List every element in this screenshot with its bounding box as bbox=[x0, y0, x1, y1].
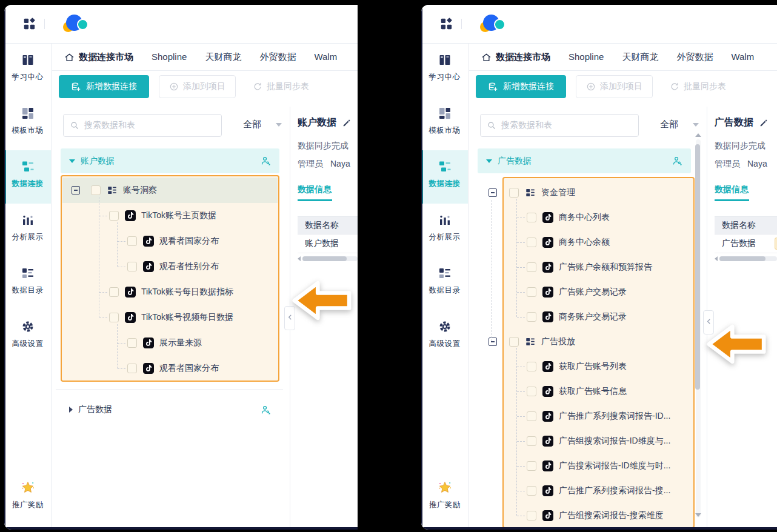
scroll-left-icon[interactable] bbox=[298, 256, 301, 261]
checkbox[interactable] bbox=[127, 262, 137, 271]
tree-row[interactable]: TikTok账号视频每日数据 bbox=[62, 305, 278, 330]
new-connection-button[interactable]: 新增数据连接 bbox=[476, 75, 566, 98]
sidebar-item[interactable]: 分析展示 bbox=[4, 204, 51, 257]
collapse-minus-icon[interactable] bbox=[489, 337, 497, 346]
checkbox[interactable] bbox=[527, 486, 536, 496]
checkbox[interactable] bbox=[527, 461, 536, 471]
nav-tab[interactable]: 外贸数据 bbox=[259, 52, 296, 63]
sidebar-item[interactable]: 数据连接 bbox=[4, 150, 51, 204]
new-connection-button[interactable]: 新增数据连接 bbox=[59, 75, 149, 98]
checkbox[interactable] bbox=[527, 238, 536, 247]
filter-dropdown[interactable]: 全部 bbox=[243, 119, 282, 130]
tab-data-info[interactable]: 数据信息 bbox=[715, 184, 749, 195]
tree-row[interactable]: 广告账户余额和预算报告 bbox=[504, 254, 693, 279]
tree-row[interactable]: TikTok账号每日数据指标 bbox=[62, 279, 278, 305]
checkbox[interactable] bbox=[109, 211, 119, 221]
nav-tab[interactable]: 天财商龙 bbox=[622, 52, 658, 63]
tree-row[interactable]: 广告推广系列搜索词报告-ID... bbox=[504, 404, 693, 428]
tree-row[interactable]: 商务中心列表 bbox=[504, 205, 693, 230]
checkbox[interactable] bbox=[527, 312, 536, 322]
checkbox[interactable] bbox=[527, 387, 536, 396]
tree-row[interactable]: 账号洞察 bbox=[62, 178, 278, 203]
tree-row[interactable]: 广告组搜索词报告-搜索维度 bbox=[504, 503, 693, 528]
section-header-ad-data[interactable]: 广告数据 bbox=[478, 148, 691, 173]
checkbox[interactable] bbox=[527, 362, 536, 371]
nav-home[interactable]: 数据连接市场 bbox=[481, 52, 550, 63]
table-row[interactable]: 账户数据 bbox=[298, 234, 358, 253]
checkbox[interactable] bbox=[527, 436, 536, 446]
nav-tab[interactable]: Walm bbox=[314, 52, 337, 63]
checkbox[interactable] bbox=[527, 262, 536, 272]
collapse-minus-icon[interactable] bbox=[489, 188, 497, 197]
scrollbar-thumb[interactable] bbox=[719, 256, 765, 261]
checkbox[interactable] bbox=[527, 213, 536, 222]
tree-row[interactable]: 广告投放 bbox=[504, 329, 693, 354]
scrollbar-thumb[interactable] bbox=[695, 144, 700, 390]
grant-user-icon[interactable] bbox=[672, 156, 682, 166]
tree-row[interactable]: 资金管理 bbox=[504, 180, 693, 205]
checkbox[interactable] bbox=[527, 411, 536, 421]
checkbox[interactable] bbox=[109, 287, 119, 297]
nav-tab[interactable]: Shopline bbox=[152, 52, 187, 63]
horizontal-scrollbar[interactable] bbox=[715, 256, 777, 262]
tree-row[interactable]: 展示量来源 bbox=[62, 330, 278, 356]
scroll-up-icon[interactable] bbox=[695, 133, 701, 137]
tree-row[interactable]: 观看者性别分布 bbox=[62, 254, 278, 279]
brand-cloud-logo[interactable] bbox=[63, 14, 92, 33]
sidebar-item[interactable]: 分析展示 bbox=[421, 204, 468, 257]
tree-row[interactable]: 观看者国家分布 bbox=[62, 228, 278, 254]
tree-row[interactable]: 商务中心余额 bbox=[504, 230, 693, 254]
nav-tab[interactable]: Walm bbox=[731, 52, 754, 63]
collapse-pane-handle[interactable] bbox=[284, 306, 295, 330]
app-grid-icon[interactable] bbox=[439, 17, 453, 30]
tree-row[interactable]: 商务账户交易记录 bbox=[504, 304, 693, 329]
section-header-account-data[interactable]: 账户数据 bbox=[61, 148, 279, 173]
sidebar-item[interactable]: 学习中心 bbox=[4, 44, 51, 97]
add-to-project-button[interactable]: 添加到项目 bbox=[576, 75, 653, 98]
tree-row[interactable]: 广告推广系列搜索词报告-搜... bbox=[504, 478, 693, 503]
scroll-down-icon[interactable] bbox=[695, 513, 701, 517]
checkbox[interactable] bbox=[509, 188, 519, 198]
sidebar-item[interactable]: 数据连接 bbox=[421, 150, 468, 204]
tree-row[interactable]: 观看者国家分布 bbox=[62, 356, 278, 381]
scrollbar-thumb[interactable] bbox=[302, 256, 347, 261]
brand-cloud-logo[interactable] bbox=[480, 14, 509, 33]
add-to-project-button[interactable]: 添加到项目 bbox=[159, 75, 236, 98]
sidebar-item[interactable]: 高级设置 bbox=[421, 310, 468, 364]
horizontal-scrollbar[interactable] bbox=[298, 256, 358, 262]
batch-sync-button[interactable]: 批量同步表 bbox=[253, 81, 309, 92]
table-row[interactable]: 广告数据 bbox=[715, 234, 777, 253]
checkbox[interactable] bbox=[509, 337, 519, 347]
checkbox[interactable] bbox=[109, 313, 119, 322]
edit-pencil-icon[interactable] bbox=[342, 118, 352, 128]
tree-row[interactable]: 获取广告账号列表 bbox=[504, 354, 693, 379]
batch-sync-button[interactable]: 批量同步表 bbox=[670, 81, 726, 92]
checkbox[interactable] bbox=[127, 338, 137, 348]
nav-home[interactable]: 数据连接市场 bbox=[64, 52, 133, 63]
grant-user-icon[interactable] bbox=[261, 156, 271, 166]
tab-data-info[interactable]: 数据信息 bbox=[298, 184, 332, 195]
sidebar-item-reward[interactable]: 推广奖励 bbox=[4, 471, 52, 522]
collapse-minus-icon[interactable] bbox=[72, 186, 80, 195]
sidebar-item[interactable]: 模板市场 bbox=[421, 97, 468, 150]
grant-user-icon[interactable] bbox=[261, 405, 271, 415]
sidebar-item[interactable]: 学习中心 bbox=[421, 44, 468, 97]
tree-row[interactable]: 广告账户交易记录 bbox=[504, 279, 693, 304]
checkbox[interactable] bbox=[127, 236, 137, 246]
sidebar-item[interactable]: 模板市场 bbox=[4, 97, 51, 150]
scroll-left-icon[interactable] bbox=[715, 256, 718, 261]
tree-row[interactable]: 获取广告账号信息 bbox=[504, 379, 693, 404]
sidebar-item-reward[interactable]: 推广奖励 bbox=[421, 471, 469, 522]
nav-tab[interactable]: 外贸数据 bbox=[676, 52, 713, 63]
checkbox[interactable] bbox=[91, 185, 101, 195]
tree-row[interactable]: 广告搜索词报告-ID维度与时... bbox=[504, 453, 693, 478]
sidebar-item[interactable]: 数据目录 bbox=[4, 257, 51, 310]
nav-tab[interactable]: 天财商龙 bbox=[205, 52, 241, 63]
vertical-scrollbar[interactable] bbox=[695, 133, 701, 526]
section-header-ad-data[interactable]: 广告数据 bbox=[61, 397, 279, 422]
collapse-pane-handle[interactable] bbox=[703, 310, 714, 334]
edit-pencil-icon[interactable] bbox=[759, 118, 769, 128]
checkbox[interactable] bbox=[527, 511, 536, 520]
nav-tab[interactable]: Shopline bbox=[569, 52, 604, 63]
filter-dropdown[interactable]: 全部 bbox=[660, 119, 699, 130]
